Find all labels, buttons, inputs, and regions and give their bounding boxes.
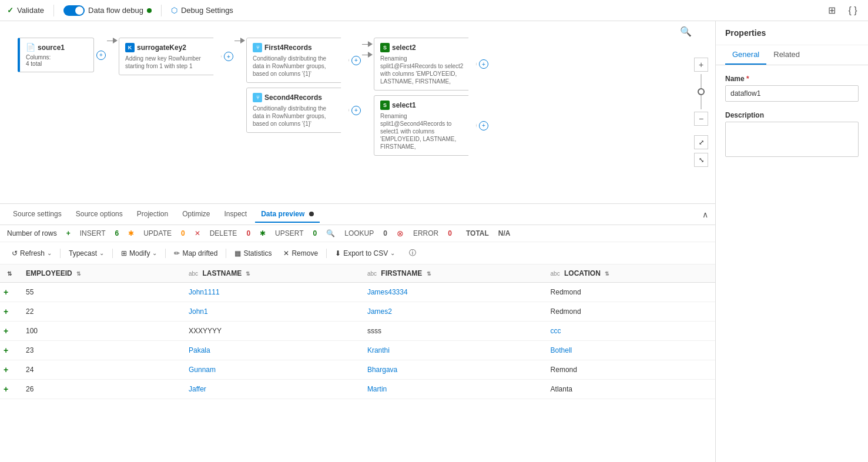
name-input[interactable] (725, 85, 859, 102)
select2-desc: Renaming split1@First4Records to select2… (380, 55, 464, 85)
sep4 (226, 249, 226, 258)
zoom-slider[interactable] (701, 74, 702, 109)
tab-projection[interactable]: Projection (131, 206, 174, 223)
select1-plus[interactable]: + (479, 121, 488, 130)
cell-lastname: John1 (182, 302, 360, 322)
location-col-type: abc (551, 270, 560, 277)
source1-title: source1 (38, 43, 65, 52)
th-lastname[interactable]: abc LASTNAME ⇅ (182, 265, 360, 283)
remove-btn[interactable]: ✕ Remove (279, 247, 323, 260)
canvas-search-btn[interactable]: 🔍 (680, 26, 692, 37)
upsert-val: 0 (313, 229, 317, 237)
code-view-btn[interactable]: { } (844, 2, 861, 19)
surrogatekey2-title: surrogateKey2 (137, 43, 186, 52)
select2-plus[interactable]: + (479, 59, 488, 69)
total-label: TOTAL (466, 229, 489, 237)
cell-employeeid: 26 (19, 380, 182, 399)
employeeid-sort[interactable]: ⇅ (76, 271, 81, 277)
zoom-out-btn[interactable]: − (694, 112, 708, 126)
sep1 (60, 249, 61, 258)
cell-lastname: Jaffer (182, 380, 360, 399)
sep3 (165, 249, 166, 258)
data-table: ⇅ EMPLOYEEID ⇅ abc LASTNAME ⇅ (0, 265, 715, 399)
data-table-container[interactable]: ⇅ EMPLOYEEID ⇅ abc LASTNAME ⇅ (0, 265, 715, 462)
check-icon: ✓ (7, 6, 14, 15)
debug-toggle[interactable] (63, 5, 85, 16)
cell-lastname: Pakala (182, 341, 360, 360)
select1-node[interactable]: S select1 Renaming split1@Second4Records… (374, 95, 477, 156)
row-insert-icon: + (0, 341, 19, 360)
prop-tab-related[interactable]: Related (766, 45, 807, 65)
cell-location: Remond (544, 360, 715, 380)
cell-firstname: James43334 (360, 283, 544, 302)
refresh-icon: ↺ (12, 249, 18, 257)
select2-node[interactable]: S select2 Renaming split1@First4Records … (374, 38, 477, 91)
cell-employeeid: 100 (19, 322, 182, 341)
properties-body: Name * Description (716, 65, 868, 462)
zoom-thumb (698, 88, 705, 95)
name-label: Name * (725, 75, 859, 83)
tab-source-options[interactable]: Source options (70, 206, 129, 223)
zoom-fit-btn[interactable]: ⤢ (694, 135, 708, 149)
typecast-chevron: ⌄ (99, 250, 104, 256)
tab-data-preview[interactable]: Data preview (255, 206, 319, 223)
surrogatekey2-icon: K (125, 43, 135, 52)
insert-label: INSERT (80, 229, 106, 237)
debug-label: Data flow debug (88, 6, 143, 15)
zoom-in-btn[interactable]: + (694, 58, 708, 72)
lastname-col-label: LASTNAME (202, 269, 242, 277)
validate-label: Validate (17, 6, 44, 15)
cell-firstname: ssss (360, 322, 544, 341)
description-input[interactable] (725, 122, 859, 157)
total-val: N/A (498, 229, 511, 237)
surrogatekey2-node[interactable]: K surrogateKey2 Adding new key RowNumber… (119, 38, 222, 75)
tab-source-settings[interactable]: Source settings (7, 206, 68, 223)
tab-optimize[interactable]: Optimize (176, 206, 216, 223)
cell-lastname: John1111 (182, 283, 360, 302)
th-location[interactable]: abc LOCATION ⇅ (544, 265, 715, 283)
export-csv-btn[interactable]: ⬇ Export to CSV ⌄ (330, 247, 400, 260)
second4records-plus[interactable]: + (351, 106, 361, 115)
error-label: ERROR (413, 229, 438, 237)
validate-btn[interactable]: ✓ Validate (7, 6, 44, 15)
modify-chevron: ⌄ (152, 250, 157, 256)
location-sort[interactable]: ⇅ (605, 271, 609, 277)
tab-inspect[interactable]: Inspect (219, 206, 253, 223)
modify-icon: ⊞ (121, 249, 127, 257)
th-firstname[interactable]: abc FIRSTNAME ⇅ (360, 265, 544, 283)
location-col-label: LOCATION (564, 269, 601, 277)
first4records-plus[interactable]: + (351, 56, 361, 65)
surrogatekey2-plus[interactable]: + (224, 52, 233, 61)
zoom-expand-btn[interactable]: ⤡ (694, 153, 708, 167)
sep2 (112, 249, 113, 258)
employeeid-col-label: EMPLOYEEID (26, 269, 72, 277)
select1-desc: Renaming split1@Second4Records to select… (380, 112, 464, 150)
th-employeeid[interactable]: EMPLOYEEID ⇅ (19, 265, 182, 283)
debug-settings-btn[interactable]: ⬡ Debug Settings (171, 6, 233, 15)
properties-panel: Properties General Related Name * Descri… (715, 21, 868, 462)
panel-collapse-btn[interactable]: ∧ (702, 210, 708, 219)
firstname-sort[interactable]: ⇅ (427, 271, 431, 277)
flow-diagram: 🔍 📄 source1 Columns: 4 total (0, 21, 715, 203)
action-bar: ↺ Refresh ⌄ Typecast ⌄ ⊞ Modify ⌄ ✏ (0, 242, 715, 265)
rows-label: Number of rows (7, 229, 57, 237)
info-btn[interactable]: ⓘ (404, 246, 421, 260)
statistics-btn[interactable]: ▦ Statistics (230, 247, 276, 260)
debug-status-dot (147, 8, 152, 13)
refresh-btn[interactable]: ↺ Refresh ⌄ (7, 247, 56, 260)
first4records-node[interactable]: ⑂ First4Records Conditionally distributi… (246, 38, 349, 83)
typecast-btn[interactable]: Typecast ⌄ (64, 247, 109, 260)
modify-btn[interactable]: ⊞ Modify ⌄ (116, 247, 162, 260)
cell-employeeid: 23 (19, 341, 182, 360)
source1-node[interactable]: 📄 source1 Columns: 4 total (18, 38, 94, 72)
source1-plus[interactable]: + (96, 51, 106, 60)
cell-employeeid: 55 (19, 283, 182, 302)
map-drifted-btn[interactable]: ✏ Map drifted (169, 247, 222, 260)
insert-val: 6 (115, 229, 119, 237)
prop-tab-general[interactable]: General (725, 45, 766, 65)
second4records-node[interactable]: ⑂ Second4Records Conditionally distribut… (246, 88, 349, 133)
table-row: + 24 Gunnam Bhargava Remond (0, 360, 715, 380)
grid-view-btn[interactable]: ⊞ (823, 2, 840, 19)
row-insert-icon: + (0, 322, 19, 341)
lastname-sort[interactable]: ⇅ (246, 271, 250, 277)
